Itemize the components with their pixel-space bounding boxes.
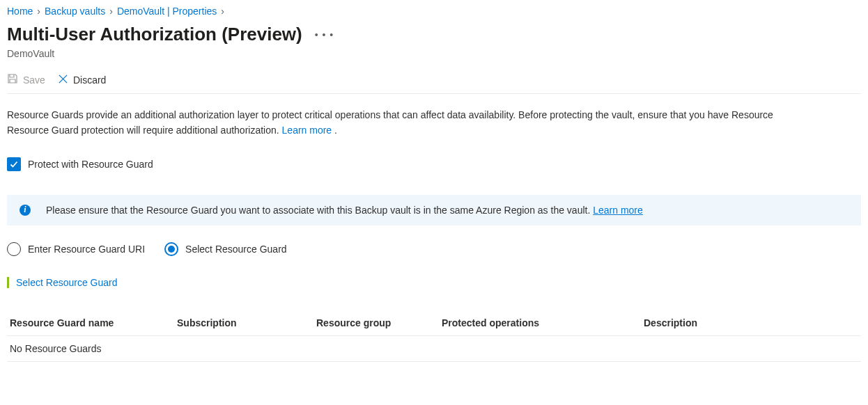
chevron-right-icon: › [109, 6, 113, 17]
col-name: Resource Guard name [7, 310, 174, 336]
toolbar: Save Discard [7, 69, 861, 94]
radio-enter-uri-label: Enter Resource Guard URI [28, 244, 145, 255]
col-resource-group: Resource group [313, 310, 439, 336]
breadcrumb: Home › Backup vaults › DemoVault | Prope… [7, 6, 861, 17]
page-title: Multi-User Authorization (Preview) [7, 24, 302, 45]
more-actions-icon[interactable]: • • • [315, 29, 334, 40]
save-icon [7, 73, 18, 86]
discard-button[interactable]: Discard [58, 74, 106, 86]
info-icon: i [20, 205, 31, 216]
breadcrumb-vault-properties[interactable]: DemoVault | Properties [117, 6, 217, 17]
chevron-right-icon: › [37, 6, 40, 17]
radio-icon [7, 242, 21, 256]
protect-checkbox-row: Protect with Resource Guard [7, 157, 861, 171]
resource-guard-table: Resource Guard name Subscription Resourc… [7, 310, 861, 362]
protect-checkbox[interactable] [7, 157, 21, 171]
checkmark-icon [9, 159, 19, 169]
description-line2: Resource Guard protection will require a… [7, 123, 861, 137]
radio-select-guard-label: Select Resource Guard [185, 244, 287, 255]
discard-label: Discard [73, 74, 106, 86]
table-empty-row: No Resource Guards [7, 335, 861, 361]
description-line1: Resource Guards provide an additional au… [7, 108, 861, 122]
save-button: Save [7, 73, 45, 86]
col-protected-operations: Protected operations [439, 310, 641, 336]
save-label: Save [23, 74, 45, 86]
close-icon [58, 74, 68, 86]
learn-more-link[interactable]: Learn more [282, 125, 332, 136]
chevron-right-icon: › [221, 6, 224, 17]
resource-guard-mode-radio: Enter Resource Guard URI Select Resource… [7, 242, 861, 256]
info-banner: i Please ensure that the Resource Guard … [7, 195, 861, 225]
select-resource-guard-action: Select Resource Guard [7, 277, 861, 288]
page-header: Multi-User Authorization (Preview) • • • [7, 24, 861, 45]
select-resource-guard-link[interactable]: Select Resource Guard [16, 277, 118, 288]
breadcrumb-backup-vaults[interactable]: Backup vaults [45, 6, 105, 17]
info-learn-more-link[interactable]: Learn more [593, 205, 643, 216]
table-empty-cell: No Resource Guards [7, 335, 861, 361]
breadcrumb-home[interactable]: Home [7, 6, 33, 17]
radio-enter-uri[interactable]: Enter Resource Guard URI [7, 242, 145, 256]
table-header-row: Resource Guard name Subscription Resourc… [7, 310, 861, 336]
description-line2-suffix: . [332, 125, 337, 136]
protect-checkbox-label: Protect with Resource Guard [28, 159, 153, 170]
info-text-wrap: Please ensure that the Resource Guard yo… [46, 205, 643, 216]
info-text: Please ensure that the Resource Guard yo… [46, 205, 593, 216]
description-line2-text: Resource Guard protection will require a… [7, 125, 282, 136]
col-subscription: Subscription [174, 310, 313, 336]
radio-selected-icon [164, 242, 178, 256]
page-subtitle: DemoVault [7, 48, 861, 59]
col-description: Description [641, 310, 861, 336]
radio-select-guard[interactable]: Select Resource Guard [164, 242, 287, 256]
